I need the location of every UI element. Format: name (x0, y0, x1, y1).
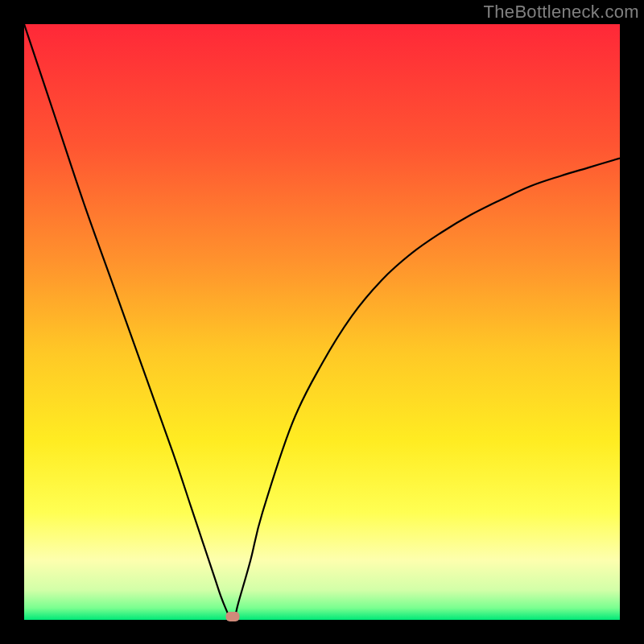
optimal-point-marker (226, 612, 240, 621)
chart-container (24, 24, 620, 620)
watermark-text: TheBottleneck.com (484, 2, 639, 23)
bottleneck-curve (24, 24, 620, 620)
